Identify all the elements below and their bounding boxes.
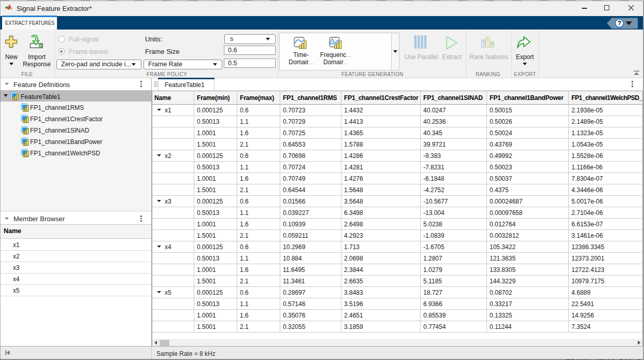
svg-text:?: ? — [618, 20, 622, 27]
svg-text:1: 1 — [486, 37, 489, 41]
svg-text:3: 3 — [491, 42, 493, 46]
svg-text:2: 2 — [482, 40, 484, 44]
